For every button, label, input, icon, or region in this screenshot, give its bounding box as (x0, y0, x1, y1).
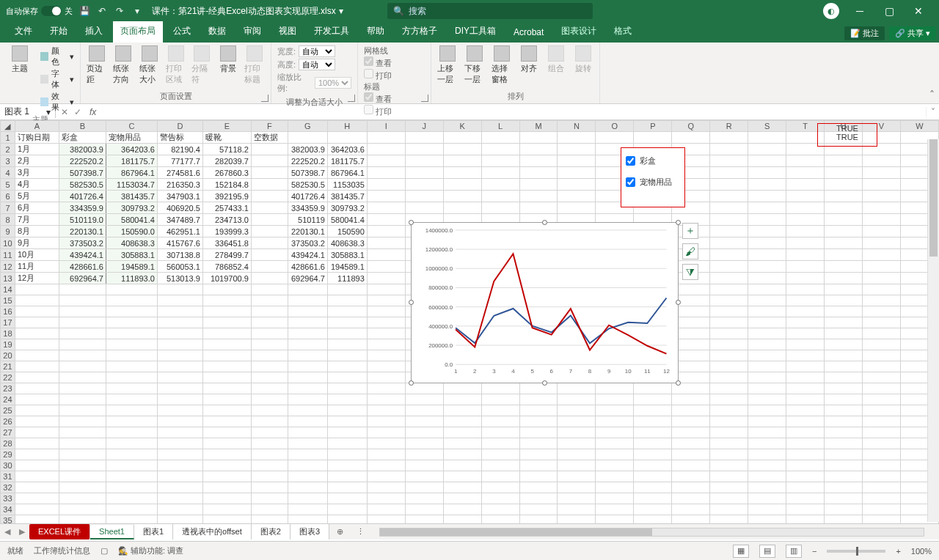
resize-handle[interactable] (542, 220, 547, 225)
resize-handle[interactable] (409, 300, 414, 305)
width-select[interactable]: 自动 (299, 45, 335, 57)
resize-handle[interactable] (542, 380, 547, 386)
row-header[interactable]: 28 (1, 438, 15, 449)
row-header[interactable]: 25 (1, 405, 15, 416)
tab-review[interactable]: 审阅 (236, 21, 268, 43)
col-header[interactable]: M (519, 121, 558, 132)
redo-icon[interactable]: ↷ (114, 5, 125, 17)
row-header[interactable]: 31 (1, 471, 15, 482)
scroll-thumb[interactable] (380, 528, 651, 536)
resize-handle[interactable] (676, 380, 681, 386)
undo-icon[interactable]: ↶ (96, 5, 108, 17)
row-header[interactable]: 21 (1, 361, 15, 372)
horizontal-scrollbar[interactable] (379, 528, 924, 537)
row-header[interactable]: 33 (1, 493, 15, 504)
resize-handle[interactable] (409, 220, 414, 225)
bringforward-button[interactable]: 上移一层 (437, 45, 458, 85)
row-header[interactable]: 29 (1, 449, 15, 460)
row-header[interactable]: 34 (1, 504, 15, 515)
col-header[interactable]: N (558, 121, 596, 132)
grid-view-check[interactable]: 查看 (364, 56, 392, 69)
search-box[interactable]: 🔍 搜索 (387, 3, 593, 19)
colors-button[interactable]: 颜色▾ (40, 45, 74, 67)
zoom-in-button[interactable]: + (896, 547, 900, 556)
head-view-check[interactable]: 查看 (364, 92, 392, 105)
formula-input[interactable] (99, 107, 926, 117)
sheet-tab[interactable]: 图表3 (291, 524, 329, 539)
row-header[interactable]: 3 (1, 155, 15, 167)
row-header[interactable]: 15 (1, 295, 15, 306)
cell-u2[interactable]: TRUE (821, 133, 874, 141)
checkbox-chongwu[interactable]: 宠物用品 (626, 177, 680, 188)
row-header[interactable]: 9 (1, 226, 15, 237)
printarea-button[interactable]: 打印区域 (166, 45, 186, 85)
worksheet-grid[interactable]: ◢ A B C D E F G H I J K L M N O P Q R S … (0, 120, 939, 523)
col-header[interactable]: D (157, 121, 202, 132)
row-header[interactable]: 13 (1, 273, 15, 284)
maximize-button[interactable]: ▢ (874, 0, 904, 22)
minimize-button[interactable]: ─ (845, 0, 874, 22)
row-header[interactable]: 23 (1, 383, 15, 394)
col-header[interactable]: I (367, 121, 405, 132)
sheet-tab[interactable]: 图表2 (252, 524, 291, 539)
share-button[interactable]: 🔗 共享 ▾ (889, 26, 936, 40)
row-header[interactable]: 2 (1, 144, 15, 155)
col-header[interactable]: A (15, 121, 59, 132)
col-header[interactable]: B (59, 121, 106, 132)
embedded-chart[interactable]: 0.0200000.0400000.0600000.0800000.010000… (411, 222, 679, 383)
group-button[interactable]: 组合 (545, 45, 566, 74)
height-select[interactable]: 自动 (299, 59, 335, 70)
row-header[interactable]: 26 (1, 416, 15, 427)
row-header[interactable]: 17 (1, 317, 15, 328)
tab-formulas[interactable]: 公式 (166, 21, 198, 43)
comments-button[interactable]: 📝 批注 (844, 26, 885, 40)
col-header[interactable]: S (748, 121, 786, 132)
col-header[interactable]: O (596, 121, 634, 132)
col-header[interactable]: H (327, 121, 367, 132)
row-header[interactable]: 22 (1, 372, 15, 383)
tab-help[interactable]: 帮助 (359, 21, 392, 43)
col-header[interactable]: P (634, 121, 672, 132)
tab-chartdesign[interactable]: 图表设计 (554, 21, 604, 43)
fx-icon[interactable]: fx (89, 107, 96, 117)
selectpane-button[interactable]: 选择窗格 (492, 45, 513, 85)
row-header[interactable]: 14 (1, 284, 15, 295)
new-sheet-button[interactable]: ⊕ (329, 527, 351, 537)
row-header[interactable]: 20 (1, 350, 15, 361)
sheet-nav-prev[interactable]: ◀ (0, 527, 15, 537)
align-button[interactable]: 对齐 (518, 45, 539, 74)
tab-view[interactable]: 视图 (271, 21, 304, 43)
account-avatar[interactable]: ◐ (823, 3, 839, 19)
zoom-out-button[interactable]: − (812, 547, 816, 556)
row-header[interactable]: 30 (1, 460, 15, 471)
chart-elements-button[interactable]: ＋ (682, 223, 698, 239)
breaks-button[interactable]: 分隔符 (191, 45, 212, 85)
zoom-slider[interactable] (827, 550, 885, 553)
row-header[interactable]: 18 (1, 328, 15, 339)
row-header[interactable]: 35 (1, 515, 15, 524)
col-header[interactable]: E (202, 121, 251, 132)
col-header[interactable]: K (443, 121, 481, 132)
file-title[interactable]: 课件：第21讲-经典Excel动态图表实现原理.xlsx▾ (152, 5, 343, 18)
row-header[interactable]: 6 (1, 191, 15, 202)
expand-formula-icon[interactable]: ˅ (926, 107, 939, 117)
sheet-tab-sheet1[interactable]: Sheet1 (90, 525, 134, 539)
size-button[interactable]: 纸张大小 (139, 45, 160, 85)
status-accessibility[interactable]: 🕵 辅助功能: 调查 (118, 545, 183, 556)
vertical-scrollbar[interactable] (927, 139, 939, 522)
col-header[interactable]: F (251, 121, 288, 132)
autosave-toggle[interactable]: 自动保存 关 (6, 6, 73, 17)
resize-handle[interactable] (676, 220, 681, 225)
row-header[interactable]: 4 (1, 167, 15, 179)
sheet-tab-excel[interactable]: EXCEL课件 (29, 524, 90, 539)
tab-square[interactable]: 方方格子 (395, 21, 445, 43)
chart-filter-button[interactable]: ⧩ (682, 264, 698, 280)
tab-developer[interactable]: 开发工具 (307, 21, 357, 43)
themes-button[interactable]: 主题 (6, 45, 34, 74)
tab-file[interactable]: 文件 (7, 21, 40, 43)
sheet-nav-next[interactable]: ▶ (15, 527, 29, 537)
sheet-tab[interactable]: 图表1 (134, 524, 173, 539)
tab-diy[interactable]: DIY工具箱 (447, 21, 503, 43)
scale-launcher-icon[interactable] (348, 95, 355, 102)
row-header[interactable]: 16 (1, 306, 15, 317)
